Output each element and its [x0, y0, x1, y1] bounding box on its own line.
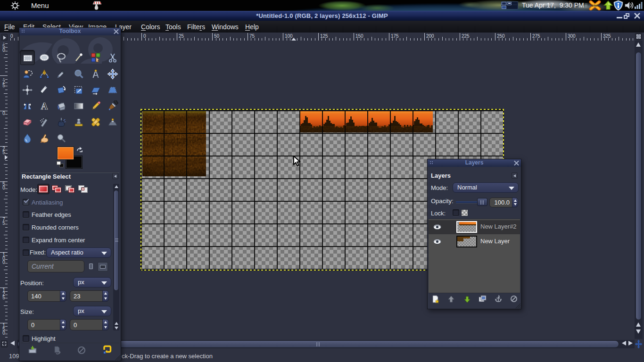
svg-text:cnet: cnet — [592, 4, 599, 7]
svg-text:A: A — [41, 101, 48, 111]
